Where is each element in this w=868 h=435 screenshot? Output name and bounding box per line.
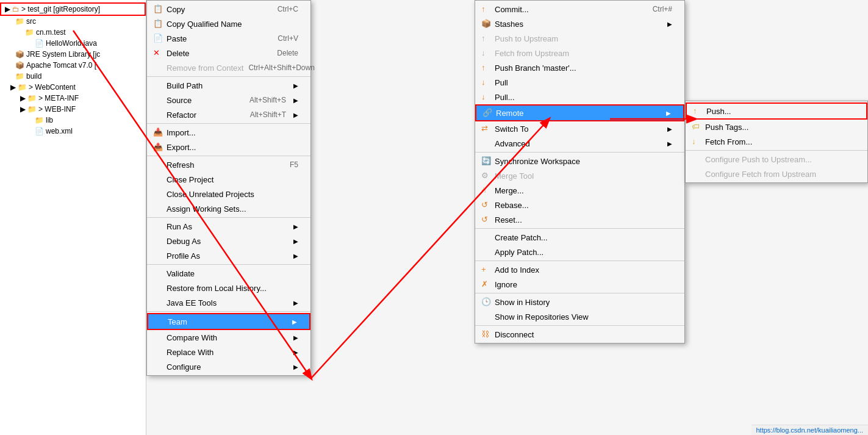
configure-icon xyxy=(153,362,163,372)
tree-item-hello[interactable]: 📄 HelloWorld.java xyxy=(0,38,146,49)
tree-item-webxml[interactable]: 📄 web.xml xyxy=(0,126,146,137)
merge-tool-icon: ⚙ xyxy=(481,171,491,181)
push-icon: ↑ xyxy=(693,106,703,116)
tree-item-build[interactable]: 📁 build xyxy=(0,71,146,82)
menu-run-as[interactable]: Run As ▶ xyxy=(147,219,310,234)
menu-java-ee-tools[interactable]: Java EE Tools ▶ xyxy=(147,295,310,310)
fetch-upstream-icon: ↓ xyxy=(481,48,491,58)
menu-fetch-upstream[interactable]: ↓ Fetch from Upstream xyxy=(475,46,684,60)
menu-remote[interactable]: 🔗 Remote ▶ xyxy=(475,104,684,121)
submenu-arrow: ▶ xyxy=(666,110,671,117)
menu-sync-workspace[interactable]: 🔄 Synchronize Workspace xyxy=(475,154,684,168)
menu-commit[interactable]: ↑ Commit... Ctrl+# xyxy=(475,2,684,16)
menu-apply-patch[interactable]: Apply Patch... xyxy=(475,245,684,259)
menu-label: Source xyxy=(167,96,192,105)
sync-icon: 🔄 xyxy=(481,156,491,166)
menu-push-branch[interactable]: ↑ Push Branch 'master'... xyxy=(475,60,684,75)
menu-copy-qualified[interactable]: 📋 Copy Qualified Name xyxy=(147,16,310,31)
tree-item-tomcat[interactable]: 📦 Apache Tomcat v7.0 [ xyxy=(0,60,146,71)
menu-profile-as[interactable]: Profile As ▶ xyxy=(147,248,310,263)
menu-refactor[interactable]: Refactor Alt+Shift+T ▶ xyxy=(147,107,310,122)
arrow-icon: ▶ xyxy=(20,105,26,113)
menu-label: Remove from Context xyxy=(167,63,243,73)
tree-item-jre[interactable]: 📦 JRE System Library [jc xyxy=(0,49,146,60)
menu-close-unrelated[interactable]: Close Unrelated Projects xyxy=(147,187,310,201)
menu-label: Fetch From... xyxy=(705,137,752,146)
jar-icon: 📦 xyxy=(15,50,24,59)
menu-debug-as[interactable]: Debug As ▶ xyxy=(147,234,310,248)
menu-reset[interactable]: ↺ Reset... xyxy=(475,212,684,227)
menu-team[interactable]: Team ▶ xyxy=(147,313,310,330)
tree-item-root[interactable]: ▶ 🗀 > test_git [gitRepository] xyxy=(0,2,146,16)
menu-label: Configure xyxy=(167,362,201,372)
menu-push-tags[interactable]: 🏷 Push Tags... xyxy=(686,120,867,134)
menu-stashes[interactable]: 📦 Stashes ▶ xyxy=(475,16,684,31)
menu-create-patch[interactable]: Create Patch... xyxy=(475,230,684,245)
menu-paste[interactable]: 📄 Paste Ctrl+V xyxy=(147,31,310,46)
menu-remove-context[interactable]: Remove from Context Ctrl+Alt+Shift+Down xyxy=(147,60,310,75)
menu-source[interactable]: Source Alt+Shift+S ▶ xyxy=(147,93,310,107)
menu-label: Push to Upstream xyxy=(495,34,558,43)
close-unrelated-icon xyxy=(153,189,163,199)
push-branch-icon: ↑ xyxy=(481,63,491,73)
menu-shortcut: Delete xyxy=(277,49,298,57)
menu-label: Run As xyxy=(167,222,192,231)
tree-item-src[interactable]: 📁 src xyxy=(0,16,146,27)
menu-advanced[interactable]: Advanced ▶ xyxy=(475,136,684,151)
menu-label: Assign Working Sets... xyxy=(167,204,246,214)
menu-ignore[interactable]: ✗ Ignore xyxy=(475,277,684,292)
menu-configure-push[interactable]: Configure Push to Upstream... xyxy=(686,152,867,167)
menu-restore-history[interactable]: Restore from Local History... xyxy=(147,281,310,295)
refresh-icon xyxy=(153,160,163,170)
menu-label: Refresh xyxy=(167,160,195,170)
menu-pull-dots[interactable]: ↓ Pull... xyxy=(475,90,684,104)
menu-replace-with[interactable]: Replace With ▶ xyxy=(147,345,310,359)
rebase-icon: ↺ xyxy=(481,200,491,210)
menu-export[interactable]: 📤 Export... xyxy=(147,140,310,154)
menu-show-repos[interactable]: Show in Repositories View xyxy=(475,309,684,324)
replace-icon xyxy=(153,347,163,357)
menu-configure[interactable]: Configure ▶ xyxy=(147,359,310,374)
menu-add-index[interactable]: + Add to Index xyxy=(475,262,684,277)
menu-switch-to[interactable]: ⇄ Switch To ▶ xyxy=(475,121,684,136)
menu-label: Reset... xyxy=(495,215,522,225)
menu-label: Add to Index xyxy=(495,265,539,275)
menu-push[interactable]: ↑ Push... xyxy=(686,102,867,120)
menu-compare-with[interactable]: Compare With ▶ xyxy=(147,330,310,345)
validate-icon xyxy=(153,268,163,278)
menu-label: Build Path xyxy=(167,81,203,90)
tree-item-label: cn.m.test xyxy=(36,28,66,37)
menu-label: Apply Patch... xyxy=(495,248,543,257)
folder-icon: 📁 xyxy=(25,28,34,37)
menu-delete[interactable]: ✕ Delete Delete xyxy=(147,46,310,60)
menu-copy[interactable]: 📋 Copy Ctrl+C xyxy=(147,2,310,16)
menu-pull[interactable]: ↓ Pull xyxy=(475,75,684,90)
submenu-arrow: ▶ xyxy=(293,253,298,259)
menu-label: Ignore xyxy=(495,280,517,289)
tree-item-web-inf[interactable]: ▶ 📁 > WEB-INF xyxy=(0,104,146,115)
menu-close-project[interactable]: Close Project xyxy=(147,172,310,187)
menu-push-upstream[interactable]: ↑ Push to Upstream xyxy=(475,31,684,46)
menu-configure-fetch[interactable]: Configure Fetch from Upstream xyxy=(686,167,867,181)
submenu-arrow: ▶ xyxy=(292,318,297,325)
menu-disconnect[interactable]: ⛓ Disconnect xyxy=(475,327,684,342)
menu-refresh[interactable]: Refresh F5 xyxy=(147,157,310,172)
menu-assign-working-sets[interactable]: Assign Working Sets... xyxy=(147,201,310,216)
menu-build-path[interactable]: Build Path ▶ xyxy=(147,78,310,93)
menu-merge[interactable]: ⑃ Merge... xyxy=(475,183,684,198)
menu-merge-tool[interactable]: ⚙ Merge Tool xyxy=(475,168,684,183)
menu-rebase[interactable]: ↺ Rebase... xyxy=(475,198,684,212)
menu-show-history[interactable]: 🕒 Show in History xyxy=(475,295,684,309)
menu-fetch-from[interactable]: ↓ Fetch From... xyxy=(686,134,867,149)
arrow-icon: ▶ xyxy=(5,5,10,13)
tree-item-webcontent[interactable]: ▶ 📁 > WebContent xyxy=(0,82,146,93)
add-index-icon: + xyxy=(481,265,491,275)
tree-item-cn[interactable]: 📁 cn.m.test xyxy=(0,27,146,38)
menu-label: Create Patch... xyxy=(495,233,548,242)
tree-item-meta-inf[interactable]: ▶ 📁 > META-INF xyxy=(0,93,146,104)
tree-item-lib[interactable]: 📁 lib xyxy=(0,115,146,126)
menu-label: Advanced xyxy=(495,139,530,148)
menu-import[interactable]: 📥 Import... xyxy=(147,125,310,140)
menu-label: Close Project xyxy=(167,175,213,184)
menu-validate[interactable]: Validate xyxy=(147,266,310,281)
